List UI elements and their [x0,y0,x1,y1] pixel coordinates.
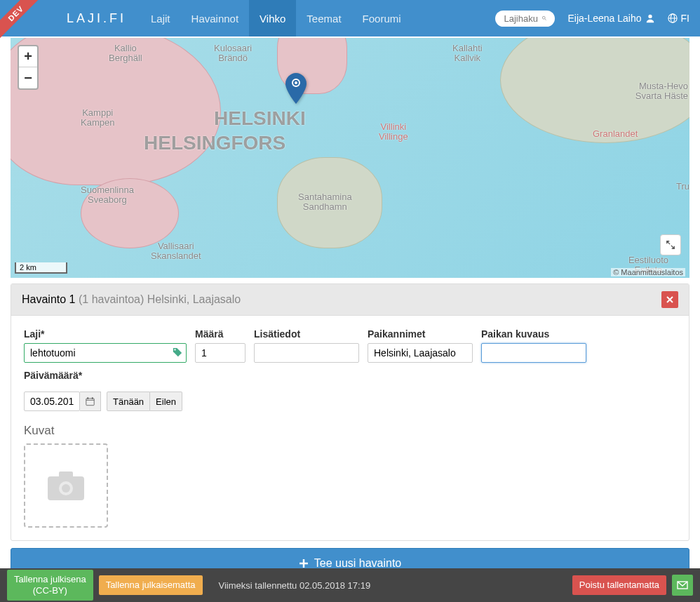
dev-ribbon-text: DEV [0,0,41,39]
yesterday-button[interactable]: Eilen [150,392,182,411]
laji-label: Laji* [24,328,187,340]
map-label: Tru [676,182,689,192]
map-scale: 2 km [15,262,67,274]
map-attribution: © Maanmittauslaitos [611,268,685,276]
image-upload-dropzone[interactable] [24,443,108,528]
nav-vihko[interactable]: Vihko [249,0,296,36]
dev-ribbon: DEV [0,0,42,42]
camera-icon [45,468,87,503]
zoom-control: + − [18,45,39,90]
map-label: SuomenlinnaSveaborg [81,185,134,206]
expand-icon [666,240,675,250]
map-label-helsinki: HELSINKI [214,108,306,130]
svg-point-2 [648,15,652,18]
laji-input[interactable] [24,343,187,363]
feedback-button[interactable] [672,575,693,596]
lisatiedot-input[interactable] [254,343,359,363]
map-label: KamppiKampen [81,108,114,128]
paivamaara-label: Päivämäärä* [24,370,676,381]
last-saved-text: Viimeksi tallennettu 02.05.2018 17:19 [219,580,371,591]
save-draft-button[interactable]: Tallenna julkaisematta [99,575,203,595]
user-name: Eija-Leena Laiho [567,13,641,24]
paikan-kuvaus-label: Paikan kuvaus [481,328,586,340]
svg-rect-11 [86,399,94,406]
plus-icon [299,558,309,568]
language-selector[interactable]: FI [668,13,689,24]
map-label: SantahaminaSandhamn [298,192,352,213]
footer-bar: Tallenna julkisena (CC-BY) Tallenna julk… [0,568,700,602]
map-label: Musta-HevoSvarta Häste [635,81,688,102]
observation-panel: Havainto 1 (1 havaintoa) Helsinki, Laaja… [11,283,689,541]
date-input[interactable] [24,392,80,411]
zoom-out-button[interactable]: − [19,67,37,88]
save-public-button[interactable]: Tallenna julkisena (CC-BY) [7,570,93,600]
nav-havainnot[interactable]: Havainnot [181,0,250,36]
map-label: KallioBerghäll [109,44,142,64]
zoom-in-button[interactable]: + [19,46,37,67]
close-observation-button[interactable] [661,291,678,308]
nav-teemat[interactable]: Teemat [296,0,351,36]
svg-point-7 [295,81,297,84]
svg-point-10 [174,349,175,350]
user-icon [645,13,655,23]
envelope-icon [677,581,688,589]
paikannimet-input[interactable] [368,343,473,363]
obs-subtitle: (1 havaintoa) Helsinki, Laajasalo [79,293,241,306]
exit-without-save-button[interactable]: Poistu tallentamatta [572,575,666,595]
nav-lajit[interactable]: Lajit [140,0,181,36]
nav-menu: Lajit Havainnot Vihko Teemat Foorumi [140,0,412,36]
search-input[interactable] [504,13,542,24]
tag-icon [173,347,182,359]
close-icon [666,296,673,303]
species-search[interactable] [495,11,555,27]
lang-code: FI [681,13,689,24]
fullscreen-button[interactable] [660,234,681,255]
calendar-icon [86,396,95,406]
svg-point-18 [62,484,70,493]
search-icon [542,13,546,23]
user-menu[interactable]: Eija-Leena Laiho [567,13,654,24]
map-label: KallahtiKallvik [452,44,483,64]
obs-title: Havainto 1 [22,293,76,306]
map-label: KulosaariBrändö [214,44,252,64]
observation-header: Havainto 1 (1 havaintoa) Helsinki, Laaja… [11,284,689,316]
main-navbar: LAJI.FI Lajit Havainnot Vihko Teemat Foo… [0,0,700,36]
map-label: VillinkiVillinge [379,122,408,142]
globe-icon [668,13,678,23]
svg-point-0 [543,16,546,19]
map-label-helsingfors: HELSINGFORS [144,133,285,154]
kuvat-label: Kuvat [24,424,676,438]
maara-label: Määrä [195,328,245,340]
nav-foorumi[interactable]: Foorumi [352,0,412,36]
lisatiedot-label: Lisätiedot [254,328,359,340]
svg-rect-16 [59,471,73,479]
map-label: VallisaariSkanslandet [151,241,201,262]
today-button[interactable]: Tänään [107,392,150,411]
maara-input[interactable] [195,343,245,363]
calendar-button[interactable] [80,392,101,411]
map-container[interactable]: KallioBerghäll KulosaariBrändö KallahtiK… [11,38,689,278]
svg-line-1 [545,19,546,20]
map-marker[interactable] [285,73,307,106]
brand-logo[interactable]: LAJI.FI [67,11,126,26]
paikannimet-label: Paikannimet [368,328,473,340]
paikan-kuvaus-input[interactable] [481,343,586,363]
map-label: Granlandet [593,129,638,139]
